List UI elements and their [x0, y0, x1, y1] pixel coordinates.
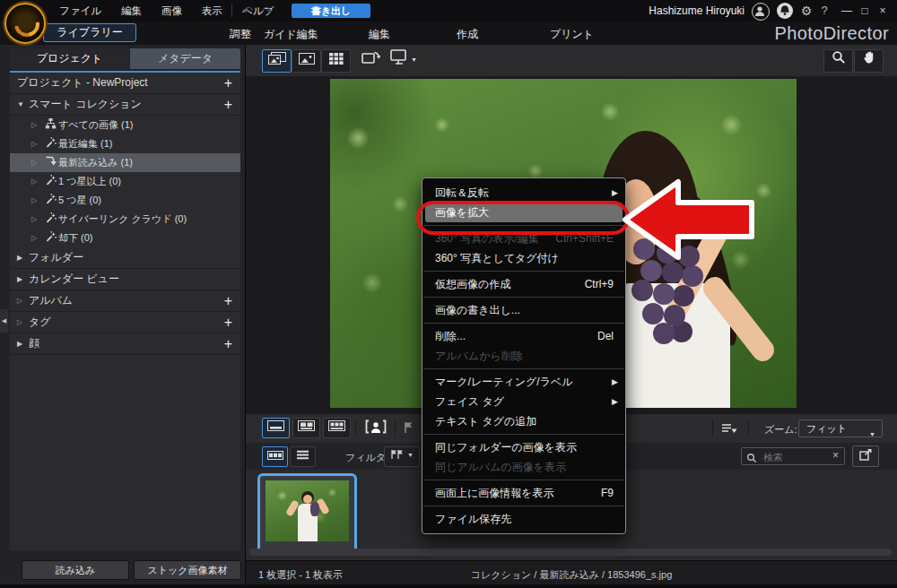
rotate-icon[interactable]	[357, 49, 384, 71]
tab-metadata[interactable]: メタデータ	[130, 48, 240, 69]
triangle-right-icon[interactable]: ▶	[17, 333, 29, 354]
tree-section[interactable]: ▶フォルダー	[10, 247, 240, 269]
tab-edit[interactable]: 編集	[369, 27, 390, 42]
undo-icon[interactable]: ↶	[239, 2, 257, 20]
import-button[interactable]: 読み込み	[22, 560, 129, 580]
zoom-tool-button[interactable]	[823, 49, 853, 73]
redo-icon[interactable]: ↷	[258, 2, 276, 20]
maximize-icon[interactable]: □	[858, 2, 872, 20]
face-tag-icon[interactable]	[361, 419, 391, 440]
tree-item[interactable]: ▷最近編集 (1)	[10, 134, 240, 153]
flag-filter-dropdown[interactable]: ▼	[384, 446, 420, 467]
context-menu-item[interactable]: 回転＆反転▶	[422, 183, 625, 203]
tab-adjust[interactable]: 調整	[230, 27, 251, 42]
add-icon[interactable]: +	[224, 333, 232, 354]
single-image-view-button[interactable]	[292, 49, 321, 73]
photo-viewer-view-button[interactable]	[262, 49, 292, 73]
export-button[interactable]: 書き出し	[292, 4, 370, 18]
context-menu-item-label: 回転＆反転	[435, 186, 489, 199]
list-view-button[interactable]	[290, 446, 316, 467]
tree-section[interactable]: ▷タグ+	[10, 312, 240, 333]
display-monitor-icon[interactable]: ▼	[388, 49, 420, 71]
tree-section[interactable]: ▶カレンダー ビュー	[10, 269, 240, 290]
context-menu-item[interactable]: マーク/レーティング/ラベル▶	[422, 372, 625, 392]
minimize-icon[interactable]: —	[840, 2, 854, 20]
tree-item[interactable]: ▷却下 (0)	[10, 229, 240, 247]
dual-layout-button[interactable]	[292, 418, 320, 438]
triangle-down-icon[interactable]: ▼	[17, 94, 29, 115]
zoom-dropdown[interactable]: フィット ▼	[798, 419, 883, 437]
tree-item[interactable]: ▷すべての画像 (1)	[10, 116, 240, 134]
settings-gear-icon[interactable]: ⚙	[798, 3, 814, 19]
add-icon[interactable]: +	[224, 312, 232, 333]
triangle-right-icon[interactable]: ▷	[31, 210, 43, 229]
menu-edit[interactable]: 編集	[111, 0, 152, 22]
triangle-right-icon[interactable]: ▷	[31, 134, 43, 153]
tree-label: フォルダー	[29, 251, 83, 264]
single-layout-button[interactable]	[262, 418, 290, 438]
menu-view[interactable]: 表示	[192, 0, 232, 22]
tree-section[interactable]: ▶顔+	[10, 333, 240, 355]
triple-layout-button[interactable]	[323, 418, 351, 438]
menu-file[interactable]: ファイル	[49, 0, 111, 22]
tree-label: 顔	[29, 337, 39, 350]
tree-item[interactable]: ▷1 つ星以上 (0)	[10, 172, 240, 191]
flag-pick-icon[interactable]	[400, 419, 418, 440]
tree-section[interactable]: ▷アルバム+	[10, 290, 240, 312]
context-menu-separator	[423, 434, 624, 435]
triangle-right-icon[interactable]: ▷	[31, 153, 43, 172]
context-menu-item[interactable]: 画面上に画像情報を表示F9	[422, 483, 625, 503]
context-menu-item[interactable]: 削除...Del	[422, 326, 625, 346]
tab-guided-edit[interactable]: ガイド編集	[264, 27, 318, 42]
context-menu-item[interactable]: 仮想画像の作成Ctrl+9	[422, 274, 625, 294]
context-menu-item[interactable]: 360° 写真としてタグ付け	[422, 248, 625, 268]
triangle-right-icon[interactable]: ▶	[17, 247, 29, 268]
brand-title: PhotoDirector	[775, 23, 889, 44]
tab-project[interactable]: プロジェクト	[10, 48, 129, 69]
open-in-new-window-icon[interactable]	[852, 445, 879, 467]
menu-image[interactable]: 画像	[152, 0, 192, 22]
tab-create[interactable]: 作成	[457, 27, 478, 42]
thumbnail-selected[interactable]	[257, 473, 357, 554]
grid-view-button[interactable]	[321, 49, 351, 73]
add-icon[interactable]: +	[224, 73, 232, 93]
filmstrip-scrollbar[interactable]	[249, 549, 892, 556]
search-input[interactable]	[762, 449, 830, 465]
clear-search-icon[interactable]: ×	[832, 449, 839, 462]
context-menu-shortcut: Del	[597, 326, 614, 346]
context-menu-item-label: 仮想画像の作成	[435, 278, 510, 290]
tree-item[interactable]: ▷最新読み込み (1)	[10, 153, 240, 172]
triangle-right-icon[interactable]: ▷	[17, 312, 29, 333]
notification-bell-icon[interactable]	[777, 3, 793, 19]
tree-header[interactable]: プロジェクト - NewProject+	[10, 73, 240, 94]
tree-section[interactable]: ▼スマート コレクション+	[10, 94, 240, 116]
sidebar-collapse-handle[interactable]: ◀	[0, 309, 8, 333]
triangle-right-icon[interactable]: ▷	[31, 116, 43, 134]
context-menu-item-label: マーク/レーティング/ラベル	[435, 376, 572, 388]
avatar-icon[interactable]	[752, 3, 770, 21]
triangle-right-icon[interactable]: ▷	[31, 172, 43, 191]
triangle-right-icon[interactable]: ▷	[31, 191, 43, 210]
help-icon[interactable]: ?	[816, 3, 832, 19]
tab-library[interactable]: ライブラリー	[43, 23, 136, 42]
stock-images-button[interactable]: ストック画像素材	[134, 560, 241, 580]
hand-tool-button[interactable]	[854, 49, 884, 73]
close-icon[interactable]: ×	[875, 2, 890, 20]
triangle-right-icon[interactable]: ▷	[31, 229, 43, 247]
context-menu-item[interactable]: フェイス タグ▶	[422, 392, 625, 411]
tab-print[interactable]: プリント	[550, 27, 594, 42]
sort-icon[interactable]	[718, 419, 741, 440]
user-name[interactable]: Hashizume Hiroyuki	[649, 4, 745, 17]
context-menu-item[interactable]: テキスト タグの追加	[422, 411, 625, 431]
add-icon[interactable]: +	[224, 94, 232, 115]
context-menu-item[interactable]: ファイル保存先	[422, 509, 625, 529]
triangle-right-icon[interactable]: ▷	[17, 290, 29, 311]
thumbnail-strip-view-button[interactable]	[262, 446, 288, 467]
add-icon[interactable]: +	[224, 290, 232, 311]
tree-item[interactable]: ▷5 つ星 (0)	[10, 191, 240, 210]
context-menu-item-label: ファイル保存先	[435, 513, 511, 525]
tree-item[interactable]: ▷サイバーリンク クラウド (0)	[10, 210, 240, 229]
context-menu-item[interactable]: 画像の書き出し...	[422, 300, 625, 320]
triangle-right-icon[interactable]: ▶	[17, 269, 29, 290]
context-menu-item[interactable]: 同じフォルダーの画像を表示	[422, 437, 625, 457]
